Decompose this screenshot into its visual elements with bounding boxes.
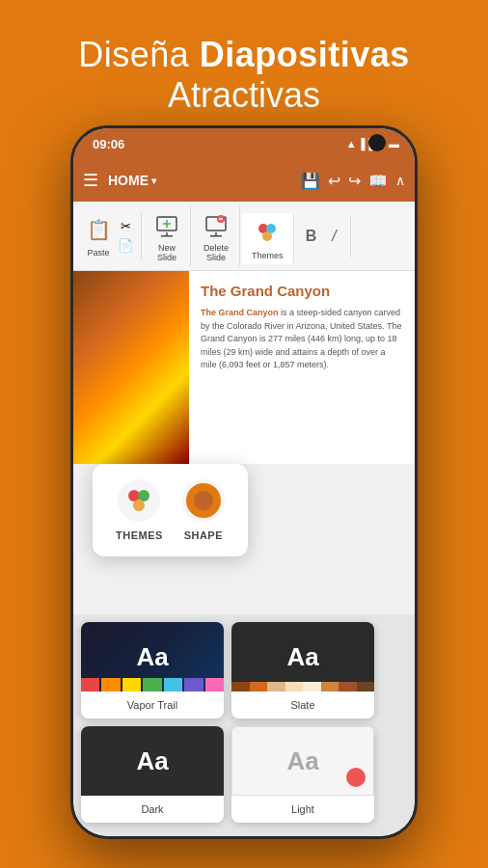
new-slide-icon bbox=[151, 209, 182, 240]
themes-group: Themes bbox=[242, 213, 294, 264]
slate-label-strip: Slate bbox=[231, 692, 374, 719]
theme-cards-grid: Aa Vapor Trail bbox=[81, 622, 407, 823]
redo-icon[interactable]: ↪ bbox=[348, 172, 361, 190]
delete-slide-label: DeleteSlide bbox=[203, 243, 229, 262]
svg-rect-7 bbox=[210, 235, 222, 237]
battery-icon: ▬ bbox=[389, 138, 399, 149]
popup-shape-icon bbox=[182, 479, 225, 522]
vapor-trail-stripes bbox=[81, 678, 224, 692]
vapor-trail-label-strip: Vapor Trail bbox=[81, 692, 224, 719]
slide-title-plain: The Grand bbox=[201, 283, 277, 299]
slide-title-colored: Canyon bbox=[277, 283, 330, 299]
theme-card-dark[interactable]: Aa Dark bbox=[81, 726, 224, 823]
light-label-strip: Light bbox=[231, 796, 374, 823]
popup-menu: THEMES SHAPE bbox=[93, 464, 248, 556]
slide-description: The Grand Canyon is a steep-sided canyon… bbox=[201, 307, 403, 372]
light-aa: Aa bbox=[286, 746, 318, 776]
camera-cutout bbox=[368, 134, 386, 151]
dark-preview: Aa bbox=[81, 726, 224, 796]
clipboard-icon[interactable]: 📄 bbox=[116, 237, 135, 255]
themes-button[interactable]: Themes bbox=[252, 217, 284, 260]
theme-card-slate[interactable]: Aa Slate bbox=[231, 622, 374, 719]
status-time: 09:06 bbox=[93, 137, 124, 151]
status-bar: 09:06 ▲ ▌▌▌ ▬ bbox=[73, 128, 415, 159]
popup-themes-item[interactable]: THEMES bbox=[116, 479, 163, 541]
phone-frame: 09:06 ▲ ▌▌▌ ▬ ☰ HOME ▾ 💾 ↩ ↪ 📖 ∧ bbox=[70, 125, 418, 839]
popup-themes-label: THEMES bbox=[116, 529, 163, 541]
toolbar: ☰ HOME ▾ 💾 ↩ ↪ 📖 ∧ bbox=[73, 159, 415, 202]
themes-ribbon-label: Themes bbox=[252, 251, 284, 260]
new-slide-label: NewSlide bbox=[157, 243, 176, 262]
hero-text-bold: Diapositivas bbox=[200, 35, 410, 74]
svg-point-12 bbox=[262, 231, 272, 241]
copy-icon[interactable]: ✂ bbox=[116, 218, 135, 235]
menu-icon[interactable]: ☰ bbox=[83, 170, 98, 191]
delete-slide-button[interactable]: DeleteSlide bbox=[201, 209, 231, 262]
italic-button[interactable]: / bbox=[323, 219, 346, 254]
svg-point-17 bbox=[194, 491, 213, 510]
dark-card-name: Dark bbox=[141, 803, 163, 815]
dark-label-strip: Dark bbox=[81, 796, 224, 823]
hero-text-plain: Diseña bbox=[78, 35, 200, 74]
paste-icon: 📋 bbox=[83, 214, 114, 245]
popup-shape-label: SHAPE bbox=[184, 529, 223, 541]
toolbar-title-text: HOME bbox=[108, 173, 149, 188]
delete-slide-group: DeleteSlide bbox=[193, 205, 240, 266]
new-slide-button[interactable]: NewSlide bbox=[151, 209, 182, 262]
paste-group: 📋 Paste ✂ 📄 bbox=[77, 210, 142, 261]
vapor-trail-preview: Aa bbox=[81, 622, 224, 692]
hero-line1: Diseña Diapositivas bbox=[19, 35, 469, 75]
undo-icon[interactable]: ↩ bbox=[328, 172, 340, 190]
slide-preview: The Grand Canyon The Grand Canyon is a s… bbox=[73, 271, 415, 464]
bold-button[interactable]: B bbox=[300, 219, 323, 254]
ribbon: 📋 Paste ✂ 📄 bbox=[73, 202, 415, 271]
slide-desc-highlight: The Grand Canyon bbox=[201, 308, 279, 317]
svg-rect-2 bbox=[161, 235, 173, 237]
dark-aa: Aa bbox=[136, 746, 168, 776]
save-icon[interactable]: 💾 bbox=[301, 172, 320, 190]
theme-card-vapor-trail[interactable]: Aa Vapor Trail bbox=[81, 622, 224, 719]
slide-title: The Grand Canyon bbox=[201, 283, 403, 299]
light-card-name: Light bbox=[291, 803, 314, 815]
wifi-icon: ▲ bbox=[346, 138, 357, 149]
slate-card-name: Slate bbox=[290, 699, 314, 711]
popup-themes-icon bbox=[118, 479, 160, 522]
vapor-trail-card-name: Vapor Trail bbox=[127, 699, 177, 711]
format-group: B / bbox=[296, 215, 351, 258]
svg-point-15 bbox=[133, 500, 145, 511]
new-slide-group: NewSlide bbox=[144, 205, 191, 266]
slide-text-area: The Grand Canyon The Grand Canyon is a s… bbox=[189, 271, 415, 464]
chevron-down-icon: ▾ bbox=[151, 176, 156, 186]
hero-section: Diseña Diapositivas Atractivas bbox=[0, 0, 488, 135]
delete-slide-icon bbox=[201, 209, 231, 240]
toolbar-actions: 💾 ↩ ↪ 📖 ∧ bbox=[301, 172, 405, 190]
hero-line2: Atractivas bbox=[19, 75, 469, 116]
slide-image bbox=[73, 271, 189, 464]
themes-icon bbox=[252, 217, 283, 248]
slate-aa: Aa bbox=[286, 642, 318, 672]
phone-screen: 09:06 ▲ ▌▌▌ ▬ ☰ HOME ▾ 💾 ↩ ↪ 📖 ∧ bbox=[73, 128, 415, 836]
theme-card-light[interactable]: Aa Light bbox=[231, 726, 374, 823]
book-icon[interactable]: 📖 bbox=[368, 172, 388, 190]
slate-color-row bbox=[231, 682, 374, 692]
light-preview: Aa bbox=[231, 726, 374, 796]
slate-preview: Aa bbox=[231, 622, 374, 692]
toolbar-title[interactable]: HOME ▾ bbox=[108, 173, 291, 188]
theme-cards-area: Aa Vapor Trail bbox=[73, 614, 415, 836]
light-accent-circle bbox=[346, 768, 366, 787]
popup-shape-item[interactable]: SHAPE bbox=[182, 479, 225, 541]
vapor-trail-aa: Aa bbox=[136, 642, 168, 672]
paste-button[interactable]: 📋 Paste bbox=[83, 214, 114, 258]
paste-sub-buttons: ✂ 📄 bbox=[116, 218, 135, 255]
slide-content: The Grand Canyon The Grand Canyon is a s… bbox=[73, 271, 415, 464]
paste-label: Paste bbox=[87, 248, 109, 258]
expand-icon[interactable]: ∧ bbox=[395, 173, 405, 188]
